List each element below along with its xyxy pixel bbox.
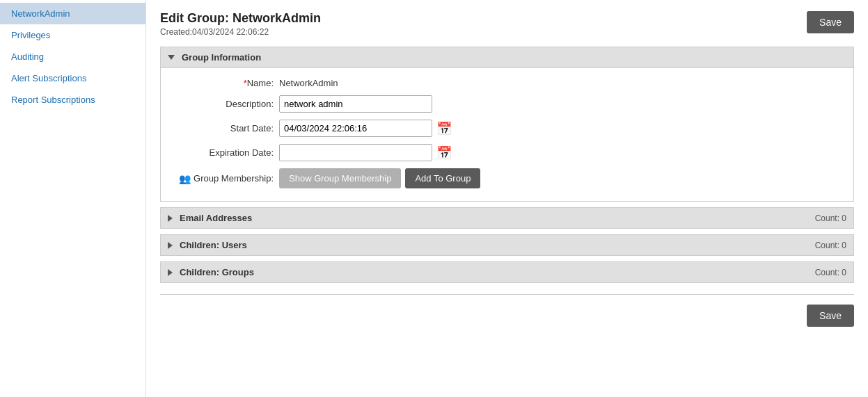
description-input[interactable] — [279, 95, 432, 113]
save-button-bottom[interactable]: Save — [807, 305, 854, 327]
sidebar-item-report-subscriptions[interactable]: Report Subscriptions — [0, 89, 145, 111]
email-addresses-section: Email Addresses Count: 0 — [160, 207, 854, 229]
children-groups-title: Children: Groups — [168, 267, 254, 277]
expiration-date-input[interactable] — [279, 144, 432, 161]
collapse-icon — [168, 55, 175, 60]
page-header: Edit Group: NetworkAdmin Created:04/03/2… — [160, 11, 854, 37]
description-value — [279, 95, 432, 113]
show-group-membership-button[interactable]: Show Group Membership — [279, 168, 401, 188]
group-membership-label: 👥 Group Membership: — [168, 173, 279, 184]
sidebar-item-privileges[interactable]: Privileges — [0, 24, 145, 46]
name-row: *Name: NetworkAdmin — [168, 78, 846, 88]
start-date-row: Start Date: 📅 — [168, 120, 846, 137]
name-label: *Name: — [168, 78, 279, 88]
people-icon: 👥 — [179, 173, 191, 184]
sidebar: NetworkAdmin Privileges Auditing Alert S… — [0, 0, 146, 397]
sidebar-item-alert-subscriptions[interactable]: Alert Subscriptions — [0, 67, 145, 89]
page-subtitle: Created:04/03/2024 22:06:22 — [160, 27, 321, 37]
children-users-collapse-icon — [168, 242, 173, 249]
expiration-date-label: Expiration Date: — [168, 147, 279, 158]
footer: Save — [160, 294, 854, 327]
add-to-group-button[interactable]: Add To Group — [405, 168, 480, 188]
group-information-title: Group Information — [182, 52, 261, 63]
membership-buttons: Show Group Membership Add To Group — [279, 168, 480, 188]
email-addresses-collapse-icon — [168, 215, 173, 222]
children-groups-collapse-icon — [168, 269, 173, 276]
email-addresses-title: Email Addresses — [168, 213, 252, 223]
expiration-date-calendar-icon[interactable]: 📅 — [436, 145, 452, 161]
sidebar-item-auditing[interactable]: Auditing — [0, 46, 145, 67]
page-title-block: Edit Group: NetworkAdmin Created:04/03/2… — [160, 11, 321, 37]
name-static-value: NetworkAdmin — [279, 78, 338, 88]
description-label: Description: — [168, 99, 279, 109]
start-date-input[interactable] — [279, 120, 432, 137]
children-users-header[interactable]: Children: Users Count: 0 — [160, 234, 854, 256]
children-users-section: Children: Users Count: 0 — [160, 234, 854, 256]
group-membership-row: 👥 Group Membership: Show Group Membershi… — [168, 168, 846, 188]
sidebar-item-network-admin[interactable]: NetworkAdmin — [0, 3, 145, 24]
expiration-date-value: 📅 — [279, 144, 452, 161]
save-button-top[interactable]: Save — [807, 11, 854, 33]
start-date-calendar-icon[interactable]: 📅 — [436, 121, 452, 136]
email-addresses-count: Count: 0 — [815, 213, 846, 223]
expiration-date-row: Expiration Date: 📅 — [168, 144, 846, 161]
page-title: Edit Group: NetworkAdmin — [160, 11, 321, 26]
children-groups-section: Children: Groups Count: 0 — [160, 261, 854, 283]
group-information-body: *Name: NetworkAdmin Description: Start D… — [160, 68, 854, 202]
children-users-title: Children: Users — [168, 240, 247, 250]
children-groups-header[interactable]: Children: Groups Count: 0 — [160, 261, 854, 283]
start-date-value: 📅 — [279, 120, 452, 137]
children-groups-count: Count: 0 — [815, 268, 846, 277]
email-addresses-header[interactable]: Email Addresses Count: 0 — [160, 207, 854, 229]
start-date-label: Start Date: — [168, 123, 279, 133]
children-users-count: Count: 0 — [815, 241, 846, 250]
group-information-header[interactable]: Group Information — [160, 47, 854, 68]
main-content: Edit Group: NetworkAdmin Created:04/03/2… — [146, 0, 868, 397]
description-row: Description: — [168, 95, 846, 113]
group-information-section: Group Information *Name: NetworkAdmin De… — [160, 47, 854, 202]
name-value: NetworkAdmin — [279, 78, 338, 88]
